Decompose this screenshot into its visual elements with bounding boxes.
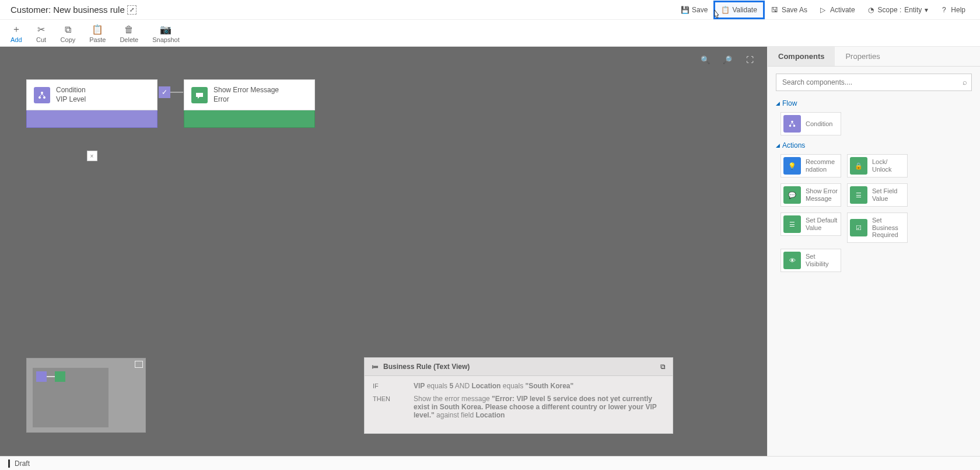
error-message-icon xyxy=(191,87,208,103)
snapshot-label: Snapshot xyxy=(152,36,179,43)
message-icon: 💬 xyxy=(783,186,801,204)
section-actions-label: Actions xyxy=(782,141,805,149)
section-flow[interactable]: ◢Flow xyxy=(776,99,972,107)
save-as-label: Save As xyxy=(782,6,807,14)
scope-icon: ◔ xyxy=(867,6,875,14)
status-bar: Draft xyxy=(0,456,980,470)
text-view-icon: ≔ xyxy=(372,363,379,371)
tab-components[interactable]: Components xyxy=(768,47,835,66)
save-label: Save xyxy=(692,6,708,14)
help-label: Help xyxy=(951,6,965,14)
tab-properties[interactable]: Properties xyxy=(835,47,890,66)
minimap-link xyxy=(47,376,55,377)
save-icon: 💾 xyxy=(681,6,689,14)
field-icon: ☰ xyxy=(850,186,867,204)
eye-icon: 👁 xyxy=(783,252,801,269)
copy-button[interactable]: ⧉ Copy xyxy=(61,25,76,43)
save-button[interactable]: 💾 Save xyxy=(675,2,713,18)
check-icon: ✓ xyxy=(159,86,170,98)
scope-label: Scope : xyxy=(878,6,902,14)
search-icon[interactable]: ⌕ xyxy=(963,78,967,86)
component-set-visibility[interactable]: 👁 Set Visibility xyxy=(780,249,841,272)
search-input[interactable] xyxy=(776,74,972,91)
default-icon: ☰ xyxy=(783,215,801,233)
help-icon: ? xyxy=(940,6,948,14)
collapse-icon: ◢ xyxy=(776,100,780,106)
fit-screen-icon[interactable]: ⛶ xyxy=(744,54,755,65)
component-show-error[interactable]: 💬 Show Error Message xyxy=(780,183,841,207)
component-recommendation[interactable]: 💡 Recomme ndation xyxy=(780,154,841,177)
svg-point-0 xyxy=(41,92,43,94)
minimap-expand-icon[interactable] xyxy=(135,361,143,368)
help-button[interactable]: ? Help xyxy=(934,2,971,18)
condition-icon xyxy=(783,115,801,133)
add-button[interactable]: ＋ Add xyxy=(10,25,22,43)
cut-icon: ✂ xyxy=(36,25,47,35)
error-node[interactable]: Show Error Message Error xyxy=(184,79,315,128)
status-indicator xyxy=(8,459,10,468)
snapshot-button[interactable]: 📷 Snapshot xyxy=(152,25,179,43)
then-label: THEN xyxy=(373,395,396,402)
error-bar xyxy=(184,110,315,128)
activate-button[interactable]: ▷ Activate xyxy=(813,2,861,18)
activate-icon: ▷ xyxy=(819,6,827,14)
condition-bar xyxy=(26,110,158,128)
cut-button[interactable]: ✂ Cut xyxy=(36,25,47,43)
status-text: Draft xyxy=(15,459,30,468)
canvas[interactable]: 🔍 🔎 ⛶ Condition VIP Level × ✓ xyxy=(0,47,767,456)
svg-point-2 xyxy=(43,96,46,99)
copy-icon: ⧉ xyxy=(62,25,73,35)
delete-button[interactable]: 🗑 Delete xyxy=(120,25,138,43)
component-label: Set Visibility xyxy=(806,253,838,267)
svg-point-5 xyxy=(793,125,796,127)
component-business-required[interactable]: ☑ Set Business Required xyxy=(847,213,908,243)
title-text: New business rule xyxy=(53,5,125,15)
text-view-title: Business Rule (Text View) xyxy=(383,363,470,371)
condition-subtitle: VIP Level xyxy=(56,95,86,105)
scope-dropdown[interactable]: ◔ Scope : Entity ▾ xyxy=(861,2,935,18)
if-label: IF xyxy=(373,382,396,389)
zoom-out-icon[interactable]: 🔎 xyxy=(722,54,733,65)
svg-point-1 xyxy=(38,96,41,99)
component-condition[interactable]: Condition xyxy=(780,112,841,135)
then-action: Show the error message "Error: VIP level… xyxy=(414,395,664,419)
page-title: Customer: New business rule ⤢ xyxy=(10,5,136,15)
svg-point-3 xyxy=(791,121,793,123)
section-actions[interactable]: ◢Actions xyxy=(776,141,972,149)
camera-icon: 📷 xyxy=(160,25,171,35)
minimap-node xyxy=(36,371,47,382)
delete-label: Delete xyxy=(120,36,138,43)
condition-node[interactable]: Condition VIP Level × xyxy=(26,79,158,128)
collapse-icon: ◢ xyxy=(776,142,780,148)
section-flow-label: Flow xyxy=(782,99,797,107)
component-lock-unlock[interactable]: 🔒 Lock/ Unlock xyxy=(847,154,908,177)
zoom-in-icon[interactable]: 🔍 xyxy=(699,54,711,65)
validate-button[interactable]: 📋 Validate xyxy=(713,1,764,19)
chevron-down-icon: ▾ xyxy=(925,6,928,14)
component-label: Set Business Required xyxy=(872,217,905,239)
component-set-default[interactable]: ☰ Set Default Value xyxy=(780,213,841,236)
paste-button[interactable]: 📋 Paste xyxy=(89,25,106,43)
minimap[interactable] xyxy=(26,358,146,433)
paste-icon: 📋 xyxy=(92,25,103,35)
title-prefix: Customer: xyxy=(10,5,51,15)
component-set-field-value[interactable]: ☰ Set Field Value xyxy=(847,183,908,207)
validate-label: Validate xyxy=(732,6,757,14)
minimap-viewport xyxy=(33,368,108,427)
save-as-icon: 🖫 xyxy=(771,6,779,14)
maximize-icon[interactable]: ⧉ xyxy=(660,363,666,371)
node-false-add-icon[interactable]: × xyxy=(87,151,97,161)
component-label: Set Field Value xyxy=(872,187,905,202)
component-label: Show Error Message xyxy=(806,187,838,202)
trash-icon: 🗑 xyxy=(124,25,134,35)
minimap-node xyxy=(55,371,65,382)
expand-icon[interactable]: ⤢ xyxy=(127,5,136,15)
required-icon: ☑ xyxy=(850,219,867,236)
cut-label: Cut xyxy=(36,36,46,43)
condition-title: Condition xyxy=(56,86,86,95)
activate-label: Activate xyxy=(830,6,855,14)
plus-icon: ＋ xyxy=(11,25,22,35)
component-label: Set Default Value xyxy=(806,217,838,231)
save-as-button[interactable]: 🖫 Save As xyxy=(765,2,813,18)
svg-point-4 xyxy=(789,125,792,127)
